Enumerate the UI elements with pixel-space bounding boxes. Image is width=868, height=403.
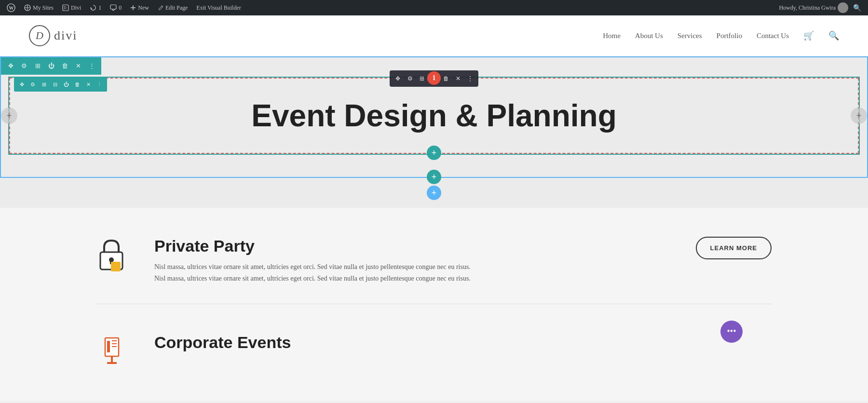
add-row-button[interactable]: + — [427, 170, 441, 184]
site-logo[interactable]: D divi — [29, 25, 77, 46]
module-more-icon[interactable]: ⋮ — [466, 75, 475, 82]
section-layout-icon[interactable]: ⊞ — [33, 62, 42, 70]
admin-bar-right: Howdy, Christina Gwira 🔍 — [779, 2, 864, 13]
private-party-icon — [96, 237, 135, 275]
content-section: Private Party Nisl massa, ultrices vitae… — [0, 208, 868, 401]
logo-circle-icon: D — [29, 25, 50, 46]
edit-page-button[interactable]: Edit Page — [155, 0, 190, 15]
private-party-learn-more-button[interactable]: LEARN MORE — [696, 237, 772, 259]
svg-rect-20 — [111, 356, 113, 362]
service-item-private-party: Private Party Nisl massa, ultrices vitae… — [96, 237, 772, 304]
module-container: 1 ✥ ⚙ ⊞ ⏻ 🗑 ✕ ⋮ Event Design & Planning … — [9, 78, 859, 154]
private-party-content: Private Party Nisl massa, ultrices vitae… — [154, 237, 677, 284]
private-party-title: Private Party — [154, 237, 677, 255]
add-section-button[interactable]: + — [427, 186, 441, 200]
section-more-icon[interactable]: ⋮ — [87, 62, 96, 70]
add-module-inside-button[interactable]: + — [427, 146, 441, 160]
logo-text: divi — [54, 28, 77, 43]
nav-home[interactable]: Home — [603, 32, 621, 40]
revisions-button[interactable]: 1 — [87, 0, 104, 15]
divi-button[interactable]: D Divi — [59, 0, 84, 15]
add-column-right-button[interactable]: + — [851, 107, 867, 124]
add-column-left-button[interactable]: + — [1, 107, 17, 124]
hero-heading: Event Design & Planning — [10, 79, 858, 153]
row-power-icon[interactable]: ⏻ — [62, 81, 70, 87]
module-move-icon[interactable]: ✥ — [393, 75, 402, 82]
section-move-icon[interactable]: ✥ — [6, 62, 15, 70]
section-power-icon[interactable]: ⏻ — [46, 62, 56, 70]
private-party-cta: LEARN MORE — [696, 237, 772, 259]
user-avatar[interactable] — [838, 2, 848, 13]
svg-text:D: D — [64, 6, 67, 10]
nav-contact-us[interactable]: Contact Us — [757, 32, 789, 40]
section-settings-icon[interactable]: ⚙ — [19, 62, 29, 70]
comments-button[interactable]: 0 — [107, 0, 124, 15]
section-close-icon[interactable]: ✕ — [73, 62, 83, 70]
new-button[interactable]: New — [127, 0, 152, 15]
admin-search-icon[interactable]: 🔍 — [850, 4, 864, 12]
corporate-title: Corporate Events — [154, 333, 752, 352]
svg-rect-7 — [110, 5, 116, 9]
nav-portfolio[interactable]: Portfolio — [717, 32, 742, 40]
row-delete-icon[interactable]: 🗑 — [73, 81, 81, 87]
site-header: D divi Home About Us Services Portfolio … — [0, 15, 868, 56]
site-wrapper: D divi Home About Us Services Portfolio … — [0, 15, 868, 401]
row-more-icon[interactable]: ⋮ — [95, 81, 103, 88]
row-close-icon[interactable]: ✕ — [84, 81, 92, 88]
site-nav: Home About Us Services Portfolio Contact… — [603, 30, 839, 41]
module-delete-icon[interactable]: 🗑 — [442, 75, 450, 82]
cart-icon[interactable]: 🛒 — [803, 30, 814, 41]
section-toolbar[interactable]: ✥ ⚙ ⊞ ⏻ 🗑 ✕ ⋮ — [1, 57, 101, 75]
nav-services[interactable]: Services — [678, 32, 702, 40]
svg-rect-21 — [107, 362, 117, 364]
corporate-content: Corporate Events — [154, 333, 752, 358]
my-sites-button[interactable]: My Sites — [21, 0, 56, 15]
hero-section: ✥ ⚙ ⊞ ⏻ 🗑 ✕ ⋮ ✥ ⚙ ⊞ ⊟ ⏻ 🗑 ✕ ⋮ — [0, 56, 868, 178]
module-close-icon[interactable]: ✕ — [454, 75, 462, 82]
module-badge: 1 — [427, 71, 441, 85]
private-party-desc: Nisl massa, ultrices vitae ornare sit am… — [154, 261, 482, 284]
row-move-icon[interactable]: ✥ — [18, 81, 26, 88]
module-settings-icon[interactable]: ⚙ — [406, 75, 414, 82]
service-item-corporate: Corporate Events ••• — [96, 323, 772, 372]
module-copy-icon[interactable]: ⊞ — [418, 75, 426, 82]
admin-bar: W My Sites D Divi 1 0 New Edit Page Exit… — [0, 0, 868, 15]
row-columns-icon[interactable]: ⊟ — [51, 81, 59, 88]
nav-about-us[interactable]: About Us — [635, 32, 663, 40]
search-icon[interactable]: 🔍 — [828, 30, 839, 41]
chat-bubble-icon[interactable]: ••• — [720, 321, 743, 343]
svg-text:W: W — [9, 5, 14, 11]
section-delete-icon[interactable]: 🗑 — [60, 62, 69, 70]
svg-rect-16 — [107, 341, 110, 352]
wp-logo-button[interactable]: W — [4, 0, 18, 15]
row-toolbar[interactable]: ✥ ⚙ ⊞ ⊟ ⏻ 🗑 ✕ ⋮ — [14, 77, 107, 92]
exit-builder-button[interactable]: Exit Visual Builder — [193, 0, 244, 15]
row-container: ✥ ⚙ ⊞ ⊟ ⏻ 🗑 ✕ ⋮ 1 ✥ ⚙ ⊞ — [8, 77, 860, 155]
row-layout-icon[interactable]: ⊞ — [40, 81, 48, 88]
row-settings-icon[interactable]: ⚙ — [29, 81, 37, 88]
corporate-icon — [96, 333, 135, 372]
svg-rect-14 — [111, 262, 121, 271]
